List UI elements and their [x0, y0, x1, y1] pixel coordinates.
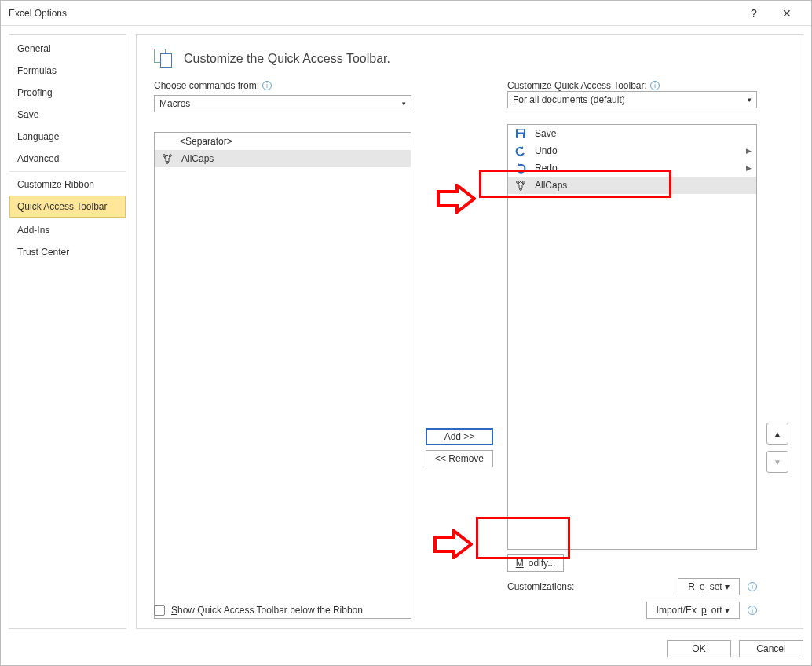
- svg-rect-4: [518, 130, 524, 133]
- move-down-button[interactable]: ▼: [766, 451, 788, 473]
- sidebar-item-advanced[interactable]: Advanced: [9, 148, 126, 172]
- cancel-button[interactable]: Cancel: [739, 640, 803, 657]
- add-button[interactable]: Add >>: [426, 428, 493, 445]
- current-qat-listbox[interactable]: Save Undo ▶: [507, 124, 757, 550]
- info-icon[interactable]: i: [748, 582, 757, 591]
- show-below-ribbon-checkbox[interactable]: Show Quick Access Toolbar below the Ribb…: [154, 605, 363, 616]
- sidebar-item-proofing[interactable]: Proofing: [9, 82, 126, 104]
- customize-qat-label: Customize Quick Access Toolbar: i: [507, 80, 757, 91]
- expand-icon: ▶: [746, 164, 752, 172]
- content-panel: Customize the Quick Access Toolbar. Choo…: [136, 34, 803, 629]
- svg-point-7: [523, 181, 525, 184]
- ok-button[interactable]: OK: [667, 640, 731, 657]
- save-icon: [514, 128, 527, 139]
- customize-qat-dropdown[interactable]: For all documents (default) ▾: [507, 91, 757, 108]
- category-sidebar: General Formulas Proofing Save Language …: [9, 34, 126, 629]
- import-export-button[interactable]: Import/Export ▾: [646, 602, 740, 619]
- chevron-down-icon: ▾: [402, 100, 406, 108]
- info-icon[interactable]: i: [650, 81, 660, 90]
- sidebar-item-customize-ribbon[interactable]: Customize Ribbon: [9, 174, 126, 196]
- list-item-separator[interactable]: <Separator>: [155, 133, 411, 150]
- title-bar: Excel Options ? ✕: [1, 1, 811, 26]
- svg-point-6: [517, 181, 519, 184]
- close-button[interactable]: ✕: [770, 1, 803, 26]
- macro-icon: [161, 153, 174, 164]
- reset-button[interactable]: Reset ▾: [678, 578, 740, 595]
- sidebar-item-formulas[interactable]: Formulas: [9, 60, 126, 82]
- list-item-save[interactable]: Save: [508, 125, 756, 142]
- undo-icon: [514, 145, 527, 156]
- page-icon: [154, 49, 174, 69]
- choose-commands-label: Choose commands from: i: [154, 80, 411, 91]
- macro-icon: [514, 180, 527, 191]
- list-item-allcaps-right[interactable]: AllCaps: [508, 177, 756, 194]
- chevron-down-icon: ▾: [748, 96, 752, 104]
- available-commands-listbox[interactable]: <Separator> AllCaps: [154, 132, 411, 619]
- list-item-undo[interactable]: Undo ▶: [508, 142, 756, 159]
- page-title: Customize the Quick Access Toolbar.: [184, 52, 390, 66]
- remove-button[interactable]: << Remove: [426, 450, 493, 467]
- sidebar-item-quick-access-toolbar[interactable]: Quick Access Toolbar: [9, 196, 126, 218]
- svg-point-2: [166, 162, 169, 164]
- list-item-allcaps-left[interactable]: AllCaps: [155, 150, 411, 167]
- choose-commands-dropdown[interactable]: Macros ▾: [154, 95, 411, 112]
- sidebar-item-language[interactable]: Language: [9, 126, 126, 148]
- info-icon[interactable]: i: [262, 81, 272, 90]
- svg-point-0: [163, 155, 166, 157]
- sidebar-item-addins[interactable]: Add-Ins: [9, 219, 126, 241]
- sidebar-item-save[interactable]: Save: [9, 104, 126, 126]
- sidebar-item-general[interactable]: General: [9, 38, 126, 60]
- svg-point-1: [170, 155, 172, 157]
- move-up-button[interactable]: ▲: [766, 423, 788, 445]
- modify-button[interactable]: Modify...: [507, 554, 564, 572]
- info-icon[interactable]: i: [748, 606, 757, 615]
- svg-rect-5: [518, 134, 523, 138]
- redo-icon: [514, 163, 527, 174]
- sidebar-item-trust-center[interactable]: Trust Center: [9, 241, 126, 263]
- list-item-redo[interactable]: Redo ▶: [508, 159, 756, 177]
- help-button[interactable]: ?: [737, 1, 770, 26]
- customizations-label: Customizations:: [507, 581, 574, 592]
- expand-icon: ▶: [746, 147, 752, 155]
- svg-point-8: [520, 188, 522, 191]
- window-title: Excel Options: [9, 8, 67, 19]
